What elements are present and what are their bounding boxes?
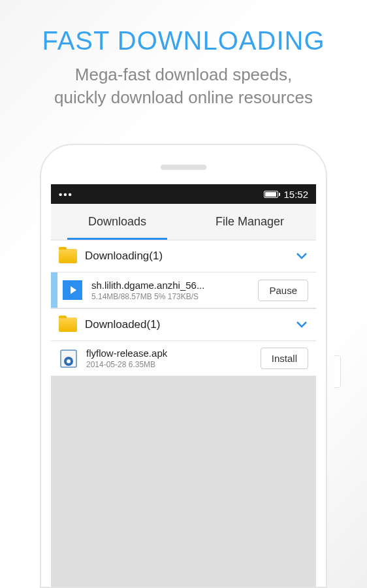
play-icon: [63, 280, 82, 300]
svg-point-2: [67, 359, 71, 363]
tab-downloads[interactable]: Downloads: [51, 204, 184, 240]
file-info: sh.lilith.dgame.anzhi_56... 5.14MB/88.57…: [91, 280, 250, 301]
card-edge-decoration: [334, 355, 341, 388]
battery-icon: [264, 191, 278, 198]
downloaded-item[interactable]: flyflow-release.apk 2014-05-28 6.35MB In…: [51, 341, 316, 376]
tabs-bar: Downloads File Manager: [51, 204, 316, 240]
file-info: flyflow-release.apk 2014-05-28 6.35MB: [86, 348, 253, 369]
hero-title: FAST DOWNLOADING: [0, 0, 367, 56]
tab-file-manager[interactable]: File Manager: [184, 204, 316, 240]
hero-subtitle-line2: quickly download online resources: [54, 88, 313, 107]
statusbar-menu-icon[interactable]: •••: [59, 189, 73, 200]
file-meta: 2014-05-28 6.35MB: [86, 360, 253, 369]
phone-speaker: [161, 165, 206, 170]
chevron-down-icon: [295, 318, 308, 331]
pause-button[interactable]: Pause: [258, 280, 308, 301]
tab-downloads-label: Downloads: [88, 215, 146, 229]
folder-icon: [59, 318, 77, 332]
section-downloading[interactable]: Downloading(1): [51, 240, 316, 272]
file-thumbnail: [61, 279, 84, 301]
file-name: sh.lilith.dgame.anzhi_56...: [91, 280, 250, 291]
folder-icon: [59, 249, 77, 263]
section-downloaded-label: Downloaded(1): [85, 318, 287, 331]
section-downloading-label: Downloading(1): [85, 250, 287, 263]
hero-subtitle: Mega-fast download speeds, quickly downl…: [0, 56, 367, 109]
downloading-item[interactable]: sh.lilith.dgame.anzhi_56... 5.14MB/88.57…: [51, 272, 316, 308]
phone-screen: ••• 15:52 Downloads File Manager Downloa…: [51, 184, 316, 587]
hero-subtitle-line1: Mega-fast download speeds,: [75, 65, 292, 84]
file-name: flyflow-release.apk: [86, 348, 253, 359]
section-downloaded[interactable]: Downloaded(1): [51, 308, 316, 341]
tab-file-manager-label: File Manager: [215, 215, 284, 229]
download-progress-indicator: [51, 272, 57, 308]
phone-frame: ••• 15:52 Downloads File Manager Downloa…: [40, 144, 327, 588]
install-button[interactable]: Install: [261, 348, 308, 369]
chevron-down-icon: [295, 250, 308, 263]
file-meta: 5.14MB/88.57MB 5% 173KB/S: [91, 292, 250, 301]
status-bar: ••• 15:52: [51, 184, 316, 204]
apk-icon: [59, 349, 78, 368]
statusbar-time: 15:52: [283, 189, 308, 200]
